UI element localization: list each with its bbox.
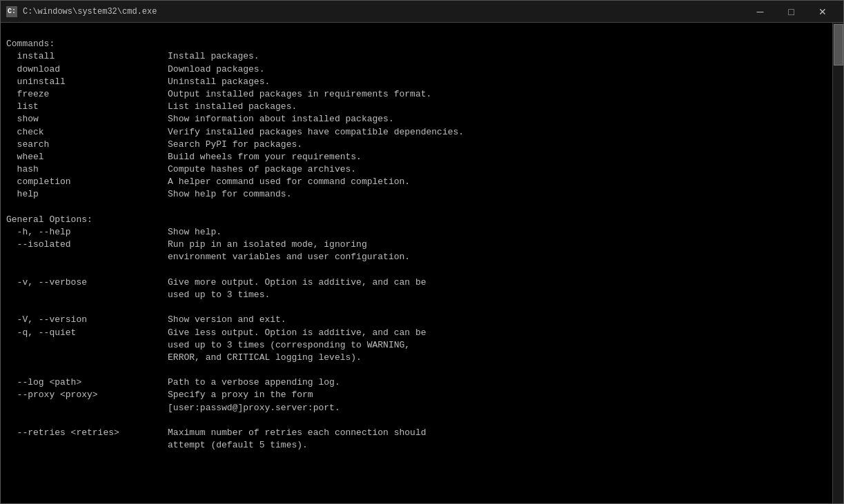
terminal-line: hash Compute hashes of package archives.: [6, 163, 827, 176]
terminal-line: show Show information about installed pa…: [6, 113, 827, 125]
terminal-line: environment variables and user configura…: [6, 251, 827, 263]
terminal-line: [6, 201, 827, 214]
terminal-output: Commands: install Install packages. down…: [1, 23, 832, 503]
scrollbar-thumb[interactable]: [834, 24, 843, 65]
title-bar: C: C:\windows\system32\cmd.exe ─ □ ✕: [1, 1, 843, 23]
terminal-line: list List installed packages.: [6, 101, 827, 113]
terminal-line: -h, --help Show help.: [6, 226, 827, 239]
content-area: Commands: install Install packages. down…: [1, 23, 843, 503]
terminal-line: --isolated Run pip in an isolated mode, …: [6, 239, 827, 251]
terminal-line: --retries <retries> Maximum number of re…: [6, 427, 827, 439]
terminal-line: install Install packages.: [6, 50, 827, 63]
scrollbar[interactable]: [832, 23, 843, 503]
terminal-line: [6, 301, 827, 314]
terminal-line: -q, --quiet Give less output. Option is …: [6, 327, 827, 339]
terminal-line: --proxy <proxy> Specify a proxy in the f…: [6, 389, 827, 401]
terminal-line: General Options:: [6, 214, 827, 226]
terminal-line: -v, --verbose Give more output. Option i…: [6, 276, 827, 289]
window-controls: ─ □ ✕: [745, 1, 838, 23]
cmd-window: C: C:\windows\system32\cmd.exe ─ □ ✕ Com…: [0, 0, 844, 504]
terminal-line: search Search PyPI for packages.: [6, 139, 827, 151]
terminal-line: used up to 3 times.: [6, 289, 827, 301]
terminal-line: [6, 264, 827, 276]
terminal-line: check Verify installed packages have com…: [6, 126, 827, 139]
terminal-line: ERROR, and CRITICAL logging levels).: [6, 352, 827, 364]
window-icon: C:: [6, 6, 17, 17]
terminal-line: freeze Output installed packages in requ…: [6, 88, 827, 101]
minimize-button[interactable]: ─: [745, 1, 776, 23]
terminal-line: --log <path> Path to a verbose appending…: [6, 376, 827, 389]
maximize-button[interactable]: □: [776, 1, 807, 23]
terminal-line: [6, 414, 827, 427]
terminal-line: completion A helper command used for com…: [6, 176, 827, 188]
window-title: C:\windows\system32\cmd.exe: [23, 7, 745, 17]
terminal-line: -V, --version Show version and exit.: [6, 314, 827, 326]
terminal-line: wheel Build wheels from your requirement…: [6, 151, 827, 163]
terminal-line: help Show help for commands.: [6, 188, 827, 201]
terminal-line: [user:passwd@]proxy.server:port.: [6, 402, 827, 414]
terminal-line: used up to 3 times (corresponding to WAR…: [6, 339, 827, 352]
close-button[interactable]: ✕: [807, 1, 838, 23]
terminal-line: attempt (default 5 times).: [6, 439, 827, 452]
terminal-line: Commands:: [6, 38, 827, 50]
terminal-line: uninstall Uninstall packages.: [6, 76, 827, 88]
terminal-line: [6, 364, 827, 376]
terminal-line: download Download packages.: [6, 63, 827, 76]
terminal-line: [6, 26, 827, 38]
